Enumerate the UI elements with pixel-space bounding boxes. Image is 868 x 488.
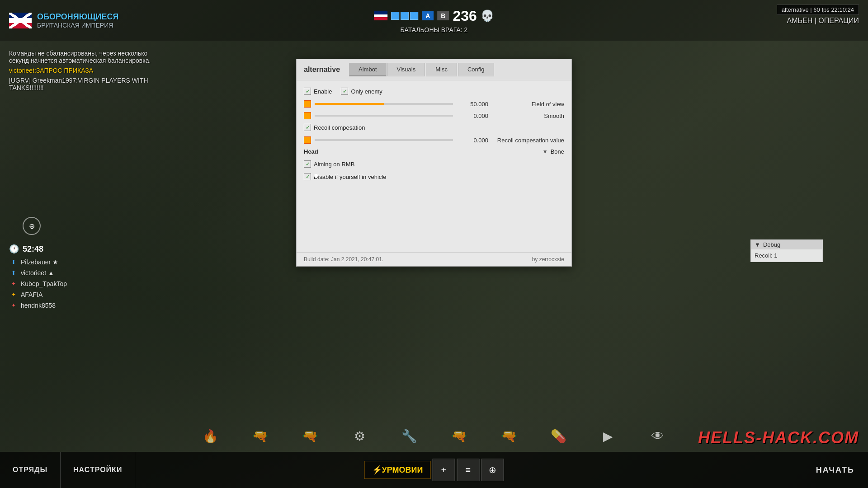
smooth-slider-track[interactable] xyxy=(315,115,453,117)
location-text: АМЬЕН | ОПЕРАЦИИ xyxy=(787,17,859,25)
compass-icon: ⊕ xyxy=(23,217,41,235)
squad-time-value: 52:48 xyxy=(23,244,43,254)
bottom-tab-squads[interactable]: ОТРЯДЫ xyxy=(0,452,61,488)
squad-name-4: AFAFIA xyxy=(21,291,42,298)
enable-checkbox-label[interactable]: Enable xyxy=(304,88,332,95)
squad-icon-2: ⬆ xyxy=(9,268,18,277)
bottom-left: ОТРЯДЫ НАСТРОЙКИ xyxy=(0,452,135,488)
squad-member-3: ✦ Kubep_TpakTop xyxy=(9,279,108,288)
recoil-slider-track[interactable] xyxy=(315,139,453,141)
debug-body: Recoil: 1 xyxy=(751,249,822,262)
aiming-rmb-label[interactable]: Aiming on RMB xyxy=(304,160,354,168)
fov-slider-indicator xyxy=(304,100,311,108)
bar-seg-1 xyxy=(391,12,399,20)
team-sub: БРИТАНСКАЯ ИМПЕРИЯ xyxy=(37,22,118,29)
fov-label: Field of view xyxy=(492,101,564,108)
squad-icon-1: ⬆ xyxy=(9,258,18,267)
aiming-rmb-checkbox[interactable] xyxy=(304,160,311,168)
chat-message-1: victorieet:ЗАПРОС ПРИКАЗА xyxy=(9,67,167,74)
bottom-icon-plus[interactable]: + xyxy=(432,459,455,481)
aiming-rmb-text: Aiming on RMB xyxy=(314,161,354,168)
skull-icon: 💀 xyxy=(481,9,494,22)
only-enemy-checkbox-label[interactable]: Only enemy xyxy=(341,88,382,95)
squad-icon-5: ✦ xyxy=(9,301,18,310)
squad-list: 🕐 52:48 ⬆ Pilzebauer ★ ⬆ victorieet ▲ ✦ … xyxy=(9,244,108,312)
compass-container: ⊕ xyxy=(23,217,41,235)
top-right-info: alternative | 60 fps 22:10:24 АМЬЕН | ОП… xyxy=(777,5,859,25)
bone-select[interactable]: ▼ Bone xyxy=(542,148,564,155)
watermark: HELLS-HACK.COM xyxy=(698,428,859,447)
footer-build: Build date: Jan 2 2021, 20:47:01. xyxy=(304,256,383,263)
bottom-icon-bars[interactable]: ≡ xyxy=(457,459,479,481)
squad-icon-3: ✦ xyxy=(9,279,18,288)
disable-vehicle-text: Disable if yourself in vehicle xyxy=(314,174,386,180)
bottom-bar: ОТРЯДЫ НАСТРОЙКИ ⚡УРМОВИИ + ≡ ⊕ НАЧАТЬ xyxy=(0,452,868,488)
bottom-tab-settings[interactable]: НАСТРОЙКИ xyxy=(61,452,135,488)
disable-vehicle-label[interactable]: Disable if yourself in vehicle xyxy=(304,173,386,180)
weapon-slot-2: 🔫 xyxy=(242,425,278,447)
debug-recoil: Recoil: 1 xyxy=(755,252,778,259)
bottom-center: ⚡УРМОВИИ + ≡ ⊕ xyxy=(364,459,504,481)
squad-name-1: Pilzebauer ★ xyxy=(21,258,58,266)
debug-arrow: ▼ xyxy=(755,241,760,248)
weapon-slot-3: 🔫 xyxy=(292,425,328,447)
only-enemy-checkbox[interactable] xyxy=(341,88,348,95)
chat-message-2: [UGRV] Greekman1997:VIRGIN PLAYERS WITH … xyxy=(9,77,167,91)
vs-badge-b: B xyxy=(437,11,449,20)
disable-vehicle-checkbox[interactable] xyxy=(304,173,311,180)
recoil-comp-text: Recoil compesation xyxy=(314,124,365,131)
recoil-label: Recoil compesation value xyxy=(492,137,564,144)
weapon-slot-9: ▶ xyxy=(590,425,626,447)
fov-slider-track[interactable] xyxy=(315,103,453,105)
recoil-value-row: 0.000 Recoil compesation value xyxy=(304,136,564,144)
debug-title: Debug xyxy=(763,241,780,248)
fov-slider-fill xyxy=(315,103,384,105)
panel-title: alternative xyxy=(304,66,340,74)
cheat-panel[interactable]: alternative Aimbot Visuals Misc Config E… xyxy=(296,59,572,267)
bottom-icon-target[interactable]: ⊕ xyxy=(481,459,504,481)
tab-aimbot[interactable]: Aimbot xyxy=(349,63,386,76)
tab-misc[interactable]: Misc xyxy=(426,63,457,76)
weapon-slot-10: 👁 xyxy=(640,425,676,447)
weapon-slot-8: 💊 xyxy=(540,425,576,447)
weapon-slot-6: 🔫 xyxy=(441,425,477,447)
panel-title-bar: alternative Aimbot Visuals Misc Config xyxy=(297,59,571,80)
weapon-slot-5: 🔧 xyxy=(391,425,427,447)
aiming-rmb-row: Aiming on RMB xyxy=(304,160,564,168)
bone-dropdown-arrow: ▼ xyxy=(542,149,548,155)
bottom-logo: ⚡УРМОВИИ xyxy=(364,461,431,479)
bar-seg-3 xyxy=(410,12,418,20)
fov-row: 50.000 Field of view xyxy=(304,100,564,108)
team-name: ОБОРОНЯЮЩИЕСЯ xyxy=(37,12,118,22)
tab-config[interactable]: Config xyxy=(458,63,494,76)
squad-name-2: victorieet ▲ xyxy=(21,269,54,277)
head-label: Head xyxy=(304,148,318,155)
panel-footer: Build date: Jan 2 2021, 20:47:01. by zer… xyxy=(297,252,571,266)
recoil-comp-checkbox[interactable] xyxy=(304,124,311,131)
tab-visuals[interactable]: Visuals xyxy=(387,63,425,76)
center-hud: A B 236 💀 БАТАЛЬОНЫ ВРАГА: 2 xyxy=(374,8,494,33)
vs-badge-a: A xyxy=(422,11,434,20)
squad-member-5: ✦ hendrik8558 xyxy=(9,301,108,310)
squad-name-5: hendrik8558 xyxy=(21,302,56,309)
weapon-bar: 🔥 🔫 🔫 ⚙ 🔧 🔫 🔫 💊 ▶ 👁 xyxy=(183,421,685,451)
squad-member-1: ⬆ Pilzebauer ★ xyxy=(9,258,108,267)
team-info: ОБОРОНЯЮЩИЕСЯ БРИТАНСКАЯ ИМПЕРИЯ xyxy=(9,12,118,29)
smooth-row: 0.000 Smooth xyxy=(304,112,564,119)
squad-name-3: Kubep_TpakTop xyxy=(21,280,67,287)
weapon-slot-4: ⚙ xyxy=(341,425,377,447)
bar-seg-2 xyxy=(401,12,409,20)
bottom-start-btn[interactable]: НАЧАТЬ xyxy=(816,465,854,475)
chat-area: Команды не сбалансированы, через несколь… xyxy=(9,50,167,94)
weapon-slot-1: 🔥 xyxy=(192,425,228,447)
fps-badge: alternative | 60 fps 22:10:24 xyxy=(777,5,859,15)
center-top: A B 236 💀 xyxy=(374,8,494,24)
enable-checkbox[interactable] xyxy=(304,88,311,95)
recoil-slider-indicator xyxy=(304,136,311,144)
only-enemy-label: Only enemy xyxy=(351,88,382,95)
disable-vehicle-row: Disable if yourself in vehicle xyxy=(304,173,564,180)
debug-panel: ▼ Debug Recoil: 1 xyxy=(750,239,823,262)
chat-system-message: Команды не сбалансированы, через несколь… xyxy=(9,50,167,64)
enable-label: Enable xyxy=(314,88,332,95)
recoil-comp-label[interactable]: Recoil compesation xyxy=(304,124,365,131)
